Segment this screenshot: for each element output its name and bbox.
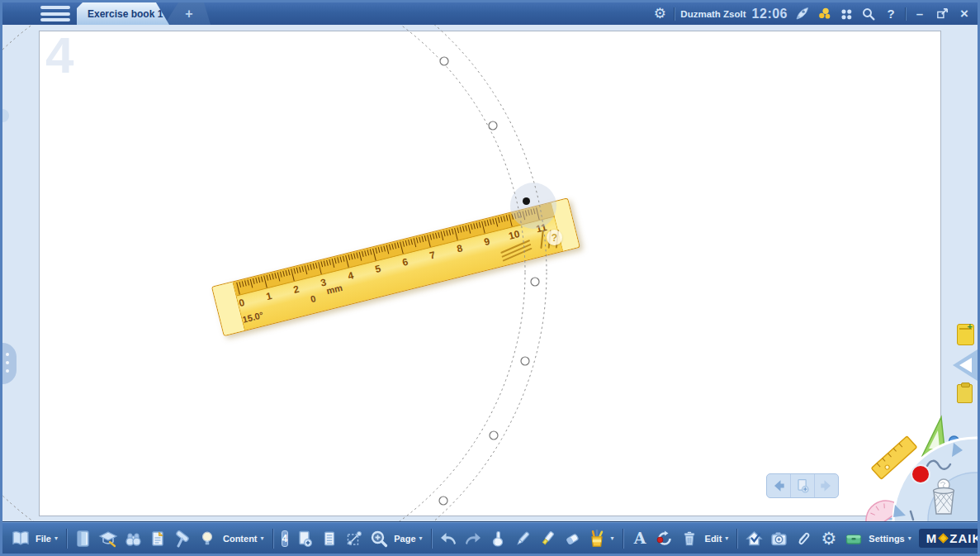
settings-caret-icon[interactable]: ▾ bbox=[908, 535, 911, 542]
search-binoculars-icon[interactable] bbox=[122, 527, 144, 550]
restore-button[interactable] bbox=[934, 6, 950, 22]
highlighter-icon[interactable] bbox=[537, 527, 559, 550]
pencil-case-icon[interactable] bbox=[842, 527, 864, 550]
page-number-box[interactable]: 4 bbox=[282, 530, 289, 547]
worksheet-icon[interactable] bbox=[147, 527, 169, 550]
replay-icon[interactable] bbox=[654, 527, 676, 550]
redo-icon[interactable] bbox=[462, 527, 485, 550]
settings-gear-icon[interactable]: ⚙ bbox=[817, 527, 840, 550]
training-icon[interactable] bbox=[97, 527, 120, 550]
add-page-button[interactable] bbox=[790, 474, 814, 497]
user-name[interactable]: Duzmath Zsolt bbox=[680, 9, 746, 19]
page-caret-icon[interactable]: ▾ bbox=[419, 535, 423, 542]
grid-icon[interactable] bbox=[838, 6, 855, 22]
sync-settings-icon[interactable]: ⚙ bbox=[651, 6, 668, 22]
file-menu[interactable]: File bbox=[36, 534, 51, 544]
idea-bulb-icon[interactable] bbox=[196, 527, 219, 550]
bottom-toolbar: File ▾ Content ▾ 4 bbox=[2, 522, 978, 554]
ruler-rotate-handle[interactable] bbox=[523, 197, 530, 205]
file-caret-icon[interactable]: ▾ bbox=[54, 535, 58, 542]
page-number-watermark: 4 bbox=[45, 30, 73, 81]
text-tool-icon[interactable]: A bbox=[629, 527, 651, 550]
edit-menu[interactable]: Edit bbox=[705, 534, 722, 544]
content-caret-icon[interactable]: ▾ bbox=[261, 535, 264, 542]
separator bbox=[66, 529, 67, 549]
separator bbox=[272, 529, 273, 549]
page-list-icon[interactable] bbox=[318, 527, 340, 550]
add-note-icon[interactable] bbox=[957, 324, 974, 345]
prev-page-button[interactable] bbox=[767, 474, 790, 497]
new-tab-button[interactable]: + bbox=[164, 2, 211, 25]
pen-tools-caret-icon[interactable]: ▾ bbox=[611, 535, 614, 542]
left-mini-handle[interactable] bbox=[2, 109, 9, 122]
pencil-cup-icon[interactable] bbox=[586, 527, 608, 550]
open-book-icon[interactable] bbox=[9, 527, 31, 550]
eraser-icon[interactable] bbox=[561, 527, 584, 550]
undo-icon[interactable] bbox=[438, 527, 460, 550]
minimize-button[interactable]: – bbox=[911, 6, 928, 22]
logo-diamond-icon bbox=[939, 533, 949, 543]
close-button[interactable]: × bbox=[956, 6, 973, 22]
help-icon[interactable]: ? bbox=[883, 6, 899, 22]
menu-icon[interactable] bbox=[40, 6, 70, 21]
edit-caret-icon[interactable]: ▾ bbox=[725, 535, 728, 542]
favorites-icon[interactable] bbox=[816, 6, 832, 22]
separator bbox=[674, 7, 675, 21]
mozaik-logo: MZAIK bbox=[919, 529, 980, 548]
zoom-icon[interactable] bbox=[367, 527, 390, 550]
separator bbox=[736, 529, 737, 549]
next-page-button[interactable] bbox=[814, 474, 838, 497]
search-icon[interactable] bbox=[860, 6, 877, 22]
clock: 12:06 bbox=[752, 7, 788, 21]
tab-title: Exercise book 1* bbox=[88, 8, 167, 20]
mozabook-window: + Exercise book 1* × ⚙ Duzmath Zsolt 12:… bbox=[0, 0, 980, 556]
exercise-page-canvas[interactable]: 4 01234567891011 15.0° 0 mm ? bbox=[2, 25, 978, 522]
attach-paperclip-icon[interactable] bbox=[793, 527, 815, 550]
snapshot-path-icon[interactable] bbox=[343, 527, 365, 550]
pen-icon[interactable] bbox=[512, 527, 534, 550]
page[interactable] bbox=[39, 31, 941, 516]
page-navigation bbox=[766, 473, 839, 498]
page-menu[interactable]: Page bbox=[394, 534, 415, 544]
separator bbox=[905, 7, 906, 21]
separator bbox=[623, 529, 623, 549]
color-red-dot[interactable] bbox=[911, 465, 930, 483]
hand-write-icon[interactable] bbox=[487, 527, 509, 550]
titlebar: + Exercise book 1* × ⚙ Duzmath Zsolt 12:… bbox=[2, 2, 978, 25]
tools-hammer-icon[interactable] bbox=[172, 527, 194, 550]
tab-exercise-book[interactable]: Exercise book 1* × bbox=[77, 2, 169, 25]
corner-tool-wheel[interactable] bbox=[841, 397, 978, 522]
notebook-icon[interactable] bbox=[73, 527, 95, 550]
rotate-handle-halo bbox=[510, 183, 556, 229]
home-check-icon[interactable] bbox=[743, 527, 765, 550]
left-panel-handle[interactable] bbox=[2, 343, 17, 384]
delete-trash-icon[interactable] bbox=[679, 527, 701, 550]
ruler-help-button[interactable]: ? bbox=[547, 230, 562, 245]
separator bbox=[431, 529, 432, 549]
rocket-icon[interactable] bbox=[793, 6, 810, 22]
settings-menu[interactable]: Settings bbox=[869, 534, 904, 544]
open-panel-arrow[interactable] bbox=[953, 349, 978, 381]
content-menu[interactable]: Content bbox=[223, 534, 258, 544]
new-page-icon[interactable] bbox=[293, 527, 315, 550]
camera-icon[interactable] bbox=[768, 527, 790, 550]
